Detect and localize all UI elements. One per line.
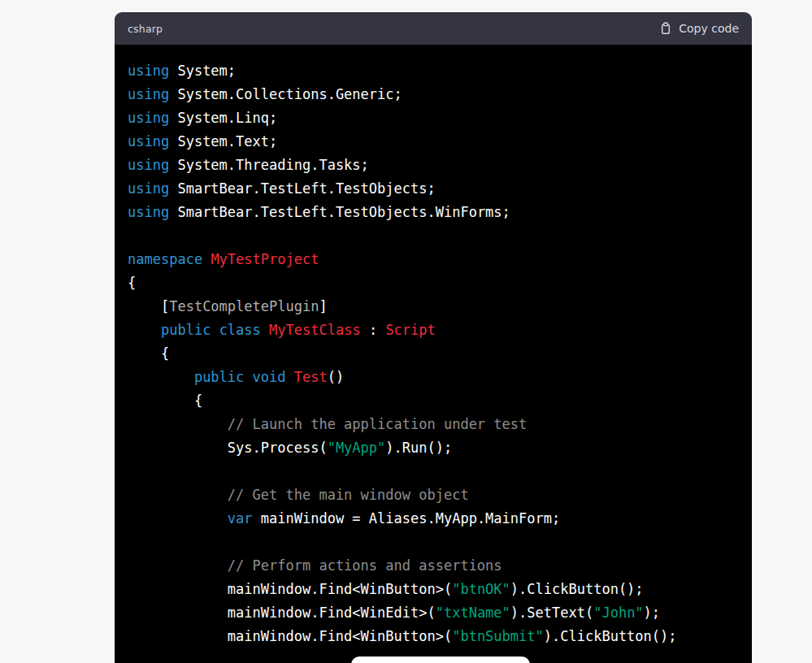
code-token: mainWindow.Find<WinEdit>( [128, 604, 436, 621]
code-line: using SmartBear.TestLeft.TestObjects.Win… [128, 201, 739, 224]
code-token [128, 557, 228, 574]
code-line [128, 531, 739, 554]
language-label: csharp [128, 23, 163, 35]
code-token: System.Collections.Generic; [169, 86, 402, 102]
code-token: SmartBear.TestLeft.TestObjects; [169, 180, 436, 197]
code-block: csharp Copy code using System;using Syst… [115, 12, 752, 663]
code-token: namespace [128, 251, 202, 267]
code-token: ).Run(); [385, 440, 452, 456]
code-token [128, 369, 194, 385]
code-line: using System.Threading.Tasks; [128, 154, 739, 177]
code-token: ).SetText( [510, 604, 593, 621]
code-token: { [128, 392, 202, 409]
code-token [211, 322, 219, 338]
code-token: mainWindow.Find<WinButton>( [128, 628, 452, 644]
code-token [128, 322, 161, 338]
code-token: [ [128, 298, 169, 314]
code-token [261, 322, 269, 338]
code-token: System.Linq; [169, 110, 277, 126]
code-line: // Get the main window object [128, 483, 739, 507]
code-content: using System;using System.Collections.Ge… [115, 45, 752, 663]
code-token: "MyApp" [328, 440, 386, 456]
code-token: using [128, 133, 169, 150]
code-token: "btnOK" [452, 581, 510, 597]
code-token [244, 369, 252, 385]
code-token: public [194, 369, 244, 385]
code-line: using SmartBear.TestLeft.TestObjects; [128, 177, 739, 201]
copy-code-label: Copy code [679, 22, 739, 35]
copy-code-button[interactable]: Copy code [659, 22, 739, 35]
code-line [128, 224, 739, 248]
code-token: ); [644, 604, 660, 621]
code-token: mainWindow = Aliases.MyApp.MainForm; [253, 510, 561, 526]
code-line: // Perform actions and assertions [128, 554, 739, 578]
code-token: System.Threading.Tasks; [169, 157, 369, 173]
code-token: "txtName" [436, 604, 510, 621]
code-token: TestCompletePlugin [169, 298, 319, 314]
code-token: { [128, 275, 136, 291]
code-token: Test [294, 369, 328, 385]
code-line: mainWindow.Find<WinButton>("btnSubmit").… [128, 625, 739, 648]
code-token: using [128, 63, 169, 79]
code-line: using System.Linq; [128, 106, 739, 130]
code-line: using System.Collections.Generic; [128, 83, 739, 106]
code-line [128, 460, 739, 483]
code-token: () [328, 369, 344, 385]
code-token [128, 416, 228, 432]
code-token: public [161, 322, 211, 338]
code-line: // Launch the application under test [128, 413, 739, 436]
code-token: "btnSubmit" [452, 628, 544, 644]
code-token: ).ClickButton(); [510, 581, 644, 597]
code-token: void [253, 369, 286, 385]
code-token: using [128, 204, 169, 220]
code-token: // Perform actions and assertions [228, 557, 502, 574]
code-token: System.Text; [169, 133, 277, 150]
code-token: SmartBear.TestLeft.TestObjects.WinForms; [169, 204, 510, 220]
code-token: Script [385, 322, 435, 338]
code-line: namespace MyTestProject [128, 248, 739, 271]
code-token: using [128, 180, 169, 197]
code-token: MyTestClass [269, 322, 361, 338]
code-line: using System; [128, 59, 739, 83]
code-line: var mainWindow = Aliases.MyApp.MainForm; [128, 507, 739, 531]
code-line: { [128, 342, 739, 366]
code-line: mainWindow.Find<WinButton>("btnOK").Clic… [128, 578, 739, 601]
code-line: { [128, 389, 739, 413]
code-token: Sys.Process( [128, 440, 328, 456]
code-line: public void Test() [128, 366, 739, 389]
clipboard-icon [659, 22, 672, 35]
code-token: using [128, 86, 169, 102]
code-token: MyTestProject [211, 251, 319, 267]
code-line: using System.Text; [128, 130, 739, 154]
code-token: "John" [593, 604, 643, 621]
code-token [202, 251, 211, 267]
code-block-header: csharp Copy code [115, 12, 752, 45]
code-token: var [228, 510, 253, 526]
code-line: [TestCompletePlugin] [128, 295, 739, 318]
code-token [128, 487, 228, 503]
code-token: : [361, 322, 386, 338]
code-token: ).ClickButton(); [544, 628, 677, 644]
bottom-partial-element[interactable] [351, 656, 530, 663]
code-token: class [219, 322, 261, 338]
code-lines: using System;using System.Collections.Ge… [128, 59, 739, 648]
code-token [128, 510, 228, 526]
code-line: mainWindow.Find<WinEdit>("txtName").SetT… [128, 601, 739, 625]
code-line: public class MyTestClass : Script [128, 318, 739, 342]
code-token: ] [319, 298, 327, 314]
code-token: // Launch the application under test [228, 416, 527, 432]
code-token: using [128, 110, 169, 126]
code-token [286, 369, 294, 385]
code-token: { [128, 345, 169, 362]
code-token: using [128, 157, 169, 173]
code-token: System; [169, 63, 236, 79]
code-token: // Get the main window object [228, 487, 469, 503]
code-token: mainWindow.Find<WinButton>( [128, 581, 452, 597]
code-line: { [128, 271, 739, 295]
code-line: Sys.Process("MyApp").Run(); [128, 436, 739, 460]
